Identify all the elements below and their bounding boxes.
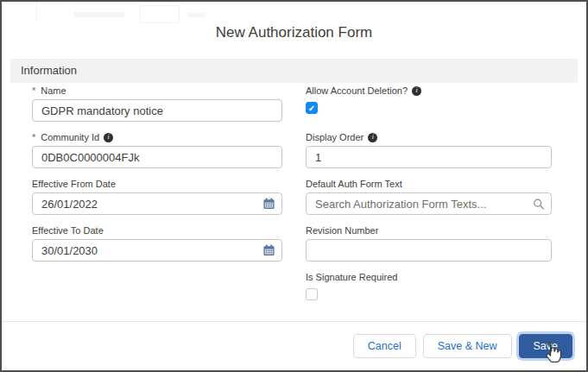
community-id-label: * Community Id i: [32, 130, 282, 144]
effective-from-date-group: Effective From Date: [32, 177, 282, 215]
allow-account-deletion-checkbox[interactable]: ✓: [306, 102, 318, 114]
save-button[interactable]: Save: [519, 334, 573, 358]
community-id-field-group: * Community Id i: [32, 130, 282, 168]
background-ghost-button: [140, 5, 180, 23]
calendar-icon[interactable]: [262, 198, 275, 211]
info-icon[interactable]: i: [368, 133, 377, 142]
new-authorization-form-modal: New Authorization Form Information * Nam…: [0, 0, 588, 372]
modal-footer: Cancel Save & New Save: [2, 321, 586, 370]
name-input[interactable]: [32, 99, 282, 122]
default-auth-form-text-group: Default Auth Form Text: [306, 177, 552, 215]
background-ghost-text: [187, 13, 205, 17]
is-signature-required-checkbox[interactable]: ✓: [306, 288, 318, 300]
revision-number-group: Revision Number: [306, 224, 552, 262]
modal-title: New Authorization Form: [2, 24, 586, 41]
auth-form-text-search-input[interactable]: [306, 192, 552, 215]
allow-account-deletion-label: Allow Account Deletion? i: [306, 84, 552, 98]
is-signature-required-group: Is Signature Required ✓: [306, 270, 552, 300]
required-asterisk: *: [32, 132, 35, 142]
community-id-input[interactable]: [32, 146, 282, 168]
effective-from-date-label: Effective From Date: [32, 177, 282, 191]
info-icon[interactable]: i: [104, 133, 113, 142]
calendar-icon[interactable]: [262, 244, 275, 257]
name-field-group: * Name: [32, 84, 282, 122]
effective-to-date-label: Effective To Date: [32, 224, 282, 237]
cancel-button[interactable]: Cancel: [353, 334, 416, 358]
name-label: * Name: [32, 84, 282, 98]
required-asterisk: *: [32, 85, 35, 96]
display-order-label: Display Order i: [306, 130, 552, 144]
background-ghost-divider: [36, 3, 37, 22]
is-signature-required-label: Is Signature Required: [306, 270, 552, 284]
revision-number-input[interactable]: [306, 239, 552, 262]
display-order-input[interactable]: [306, 146, 552, 168]
display-order-field-group: Display Order i: [306, 130, 552, 168]
section-header-information: Information: [10, 59, 578, 83]
allow-account-deletion-group: Allow Account Deletion? i ✓: [306, 84, 552, 114]
effective-to-date-input[interactable]: [32, 239, 282, 262]
save-and-new-button[interactable]: Save & New: [423, 334, 512, 358]
effective-to-date-group: Effective To Date: [32, 224, 282, 262]
effective-from-date-input[interactable]: [32, 192, 282, 215]
revision-number-label: Revision Number: [306, 224, 552, 237]
search-icon: [532, 198, 545, 211]
background-ghost-text: [74, 12, 124, 17]
default-auth-form-text-label: Default Auth Form Text: [306, 177, 552, 191]
info-icon[interactable]: i: [412, 86, 421, 96]
